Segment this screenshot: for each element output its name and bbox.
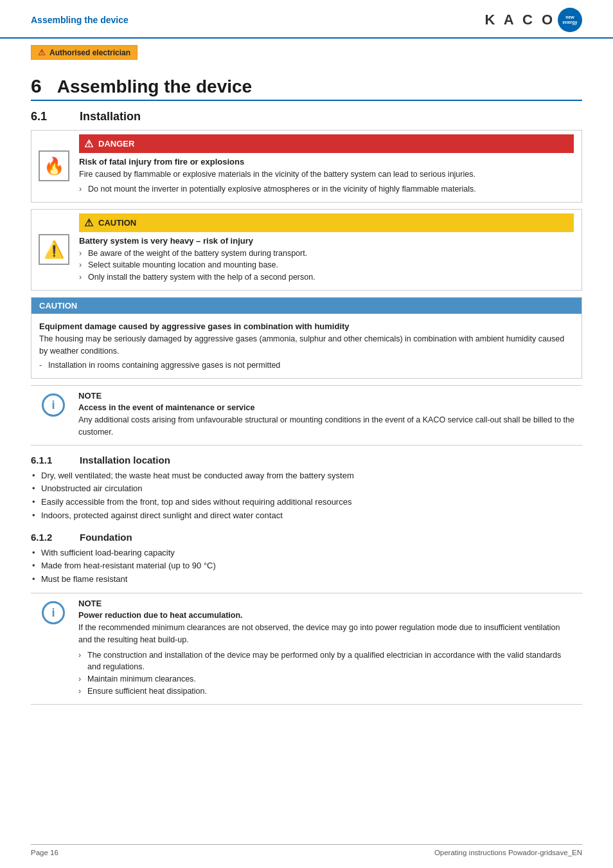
list-item: Ensure sufficient heat dissipation. <box>78 685 574 698</box>
section-612-title: Foundation <box>80 532 132 543</box>
footer-doc: Operating instructions Powador-gridsave_… <box>434 849 582 856</box>
note-box-2: i NOTE Power reduction due to heat accum… <box>31 593 582 705</box>
list-item: Be aware of the weight of the battery sy… <box>79 248 574 260</box>
caution-box-1: ⚠️ ⚠ CAUTION Battery system is very heav… <box>31 209 582 291</box>
foundation-list: With sufficient load-bearing capacity Ma… <box>31 547 582 586</box>
note-box-1: i NOTE Access in the event of maintenanc… <box>31 385 582 446</box>
section-611-num: 6.1.1 <box>31 455 64 466</box>
list-item: Dry, well ventilated; the waste heat mus… <box>31 469 582 483</box>
page-header: Assembling the device K A C O new energy <box>0 0 613 39</box>
list-item: Select suitable mounting location and mo… <box>79 259 574 271</box>
list-item: Must be flame resistant <box>31 573 582 586</box>
note-content-1: NOTE Access in the event of maintenance … <box>76 386 582 445</box>
danger-body-text: Fire caused by flammable or explosive ma… <box>79 168 574 181</box>
list-item: Do not mount the inverter in potentially… <box>79 183 574 195</box>
section-61-title: Installation <box>80 110 141 123</box>
info-circle-icon-1: i <box>42 393 65 417</box>
info-circle-icon-2: i <box>42 601 65 624</box>
section-612-heading: 6.1.2 Foundation <box>31 532 582 543</box>
list-item: Only install the battery system with the… <box>79 271 574 284</box>
danger-body-title: Risk of fatal injury from fire or explos… <box>79 157 574 167</box>
caution-triangle-icon-1: ⚠ <box>84 217 93 229</box>
page-footer: Page 16 Operating instructions Powador-g… <box>31 844 582 856</box>
caution-content-1: ⚠ CAUTION Battery system is very heavy –… <box>76 210 582 290</box>
danger-box: 🔥 ⚠ DANGER Risk of fatal injury from fir… <box>31 130 582 203</box>
caution-body-title-2: Equipment damage caused by aggressive ga… <box>39 321 574 331</box>
section-611-heading: 6.1.1 Installation location <box>31 455 582 466</box>
auth-badge-label: Authorised electrician <box>49 48 130 57</box>
danger-header: ⚠ DANGER <box>79 134 574 153</box>
caution-header-2: CAUTION <box>31 298 582 314</box>
caution-header-1: ⚠ CAUTION <box>79 213 574 232</box>
list-item: Made from heat-resistant material (up to… <box>31 559 582 573</box>
note-icon-col-1: i <box>31 386 76 445</box>
installation-location-list: Dry, well ventilated; the waste heat mus… <box>31 469 582 523</box>
header-title: Assembling the device <box>31 15 129 25</box>
list-item: Unobstructed air circulation <box>31 482 582 496</box>
caution-header-label-2: CAUTION <box>39 301 77 311</box>
auth-electrician-badge: ⚠ Authorised electrician <box>31 45 138 60</box>
logo-badge: new energy <box>558 8 582 32</box>
caution-box-2: CAUTION Equipment damage caused by aggre… <box>31 297 582 379</box>
note-content-2: NOTE Power reduction due to heat accumul… <box>76 593 582 704</box>
chapter-title: Assembling the device <box>57 77 252 97</box>
danger-header-label: DANGER <box>98 139 134 149</box>
danger-triangle-icon: ⚠ <box>84 138 93 150</box>
note-text-1: Any additional costs arising from unfavo… <box>78 414 574 439</box>
fire-icon: 🔥 <box>39 150 69 181</box>
danger-content: ⚠ DANGER Risk of fatal injury from fire … <box>76 131 582 202</box>
caution-icon-col-1: ⚠️ <box>31 210 76 290</box>
footer-page: Page 16 <box>31 849 58 856</box>
caution-header-label-1: CAUTION <box>98 218 136 228</box>
caution-icon-1: ⚠️ <box>39 234 69 265</box>
danger-list: Do not mount the inverter in potentially… <box>79 183 574 195</box>
caution-body-title-1: Battery system is very heavy – risk of i… <box>79 236 574 246</box>
section-611-title: Installation location <box>80 455 170 466</box>
note-title-1: NOTE <box>78 391 574 401</box>
note-subtitle-1: Access in the event of maintenance or se… <box>78 403 574 412</box>
list-item: Indoors, protected against direct sunlig… <box>31 509 582 523</box>
note-title-2: NOTE <box>78 599 574 608</box>
logo-text: K A C O <box>485 12 555 28</box>
list-item: Easily accessible from the front, top an… <box>31 496 582 509</box>
warning-triangle-icon: ⚠ <box>38 48 46 57</box>
section-61-heading: 6.1 Installation <box>31 110 582 123</box>
list-item: The construction and installation of the… <box>78 649 574 674</box>
caution-body-text-2: The housing may be seriously damaged by … <box>39 333 574 357</box>
list-item: Maintain minimum clearances. <box>78 673 574 685</box>
caution-list-1: Be aware of the weight of the battery sy… <box>79 248 574 284</box>
chapter-heading: 6 Assembling the device <box>31 75 582 101</box>
section-612-num: 6.1.2 <box>31 532 64 543</box>
caution-list-2: Installation in rooms containing aggress… <box>39 359 574 372</box>
list-item: With sufficient load-bearing capacity <box>31 547 582 560</box>
note-subtitle-2: Power reduction due to heat accumulation… <box>78 611 574 620</box>
chapter-num: 6 <box>31 75 42 97</box>
kaco-logo: K A C O new energy <box>485 8 582 32</box>
note-text-2: If the recommended minimum clearances ar… <box>78 622 574 646</box>
list-item: Installation in rooms containing aggress… <box>39 359 574 372</box>
section-61-num: 6.1 <box>31 110 64 123</box>
danger-icon-col: 🔥 <box>31 131 76 202</box>
page-content: ⚠ Authorised electrician 6 Assembling th… <box>0 39 613 737</box>
note-list-2: The construction and installation of the… <box>78 649 574 698</box>
note-icon-col-2: i <box>31 593 76 704</box>
caution-content-2: Equipment damage caused by aggressive ga… <box>31 318 582 378</box>
